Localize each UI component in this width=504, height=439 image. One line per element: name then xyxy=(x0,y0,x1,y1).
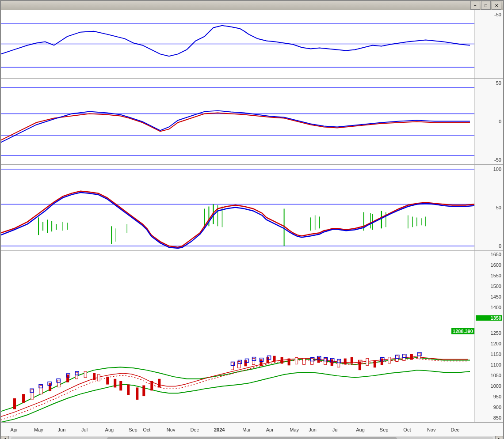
panel-mid: 50 0 -50 xyxy=(1,79,503,165)
panel-top: -50 xyxy=(1,10,503,79)
xlabel-jun1: Jun xyxy=(58,427,66,432)
xlabel-mar: Mar xyxy=(242,427,251,432)
panel3-y1: 100 xyxy=(476,167,502,172)
xlabel-sep2: Sep xyxy=(380,427,389,432)
panel3-y3: 0 xyxy=(476,243,502,249)
panel3-y2: 50 xyxy=(476,205,502,210)
svg-rect-67 xyxy=(252,359,255,365)
scroll-right-btn[interactable]: ► xyxy=(495,436,503,439)
main-y9: 1200 xyxy=(476,341,502,346)
minimize-button[interactable]: − xyxy=(470,1,480,10)
x-axis: Apr May Jun Jul Aug Sep Oct Nov Dec 2024… xyxy=(1,423,474,436)
svg-rect-40 xyxy=(22,394,25,403)
panel2-y1: 50 xyxy=(476,80,502,86)
svg-rect-95 xyxy=(410,354,413,360)
main-y14: 950 xyxy=(476,394,502,399)
xlabel-apr1: Apr xyxy=(10,427,18,432)
xlabel-apr2: Apr xyxy=(266,427,274,432)
main-y3: 1550 xyxy=(476,273,502,278)
xlabel-oct2: Oct xyxy=(403,427,411,432)
main-y7: 1350 xyxy=(476,315,502,321)
svg-rect-57 xyxy=(158,379,160,388)
panel3-canvas[interactable] xyxy=(1,165,474,250)
panel2-yaxis: 50 0 -50 xyxy=(474,79,503,164)
svg-rect-44 xyxy=(57,380,60,387)
scrollbar-track[interactable] xyxy=(11,437,493,439)
svg-rect-92 xyxy=(388,357,391,363)
main-y2: 1600 xyxy=(476,262,502,268)
svg-rect-47 xyxy=(84,371,87,378)
close-button[interactable]: ✕ xyxy=(492,1,501,10)
svg-rect-81 xyxy=(311,359,313,365)
xlabel-aug2: Aug xyxy=(356,427,365,432)
xlabel-jul1: Jul xyxy=(81,427,88,432)
svg-rect-85 xyxy=(337,360,340,367)
svg-rect-54 xyxy=(136,387,138,400)
main-y11: 1100 xyxy=(476,362,502,367)
main-content: -50 xyxy=(1,10,503,439)
main-y16: 850 xyxy=(476,415,502,420)
panel-main: 1288.390 1650 1600 1550 1500 1450 1400 1… xyxy=(1,251,503,423)
panel-oscillator: 100 50 0 xyxy=(1,165,503,251)
window-controls: − □ ✕ xyxy=(470,1,503,10)
main-y15: 900 xyxy=(476,405,502,410)
xlabel-jul2: Jul xyxy=(332,427,339,432)
maximize-button[interactable]: □ xyxy=(481,1,491,10)
chart-area: -50 xyxy=(1,10,503,439)
svg-rect-41 xyxy=(31,390,34,399)
main-y6: 1400 xyxy=(476,305,502,310)
x-axis-row: Apr May Jun Jul Aug Sep Oct Nov Dec 2024… xyxy=(1,423,503,436)
main-y5: 1450 xyxy=(476,294,502,299)
svg-rect-43 xyxy=(49,383,51,391)
svg-rect-42 xyxy=(40,386,42,394)
xlabel-2024: 2024 xyxy=(214,427,225,432)
svg-rect-86 xyxy=(344,359,347,365)
main-y10: 1150 xyxy=(476,352,502,357)
panel1-yaxis: -50 xyxy=(474,10,503,78)
panel2-canvas[interactable] xyxy=(1,79,474,164)
svg-rect-55 xyxy=(142,386,145,397)
scrollbar-thumb[interactable] xyxy=(107,437,397,439)
svg-rect-66 xyxy=(244,360,247,367)
svg-rect-52 xyxy=(119,381,122,391)
svg-rect-69 xyxy=(267,357,269,363)
svg-rect-49 xyxy=(97,375,100,381)
svg-rect-87 xyxy=(351,357,353,364)
svg-rect-64 xyxy=(231,363,233,370)
title-bar: − □ ✕ xyxy=(1,1,503,10)
xlabel-may1: May xyxy=(34,427,43,432)
svg-rect-73 xyxy=(295,358,298,364)
xlabel-sep1: Sep xyxy=(129,427,137,432)
main-y13: 1000 xyxy=(476,383,502,389)
xlabel-nov1: Nov xyxy=(167,427,176,432)
main-canvas[interactable]: 1288.390 xyxy=(1,251,474,422)
panel2-y3: -50 xyxy=(476,157,502,163)
panel1-canvas[interactable] xyxy=(1,10,474,78)
price-badge: 1288.390 xyxy=(451,328,474,334)
main-y8: 1250 xyxy=(476,330,502,336)
svg-rect-91 xyxy=(381,359,383,365)
xlabel-oct1: Oct xyxy=(143,427,150,432)
main-y4: 1500 xyxy=(476,284,502,289)
svg-rect-83 xyxy=(324,359,327,365)
scrollbar-area[interactable]: ◄ ► xyxy=(1,436,503,439)
main-y12: 1050 xyxy=(476,373,502,378)
xlabel-aug1: Aug xyxy=(105,427,114,432)
svg-rect-51 xyxy=(114,379,116,388)
svg-rect-50 xyxy=(106,377,109,385)
svg-rect-56 xyxy=(150,381,153,391)
svg-rect-46 xyxy=(75,372,78,379)
scroll-left-btn[interactable]: ◄ xyxy=(1,436,9,439)
main-y1: 1650 xyxy=(476,252,502,257)
svg-rect-48 xyxy=(93,373,95,380)
xlabel-dec1: Dec xyxy=(190,427,199,432)
xlabel-dec2: Dec xyxy=(451,427,459,432)
panel3-yaxis: 100 50 0 xyxy=(474,165,503,250)
main-window: − □ ✕ -50 xyxy=(0,0,504,439)
svg-rect-71 xyxy=(281,357,283,364)
svg-rect-72 xyxy=(288,359,290,366)
svg-rect-74 xyxy=(303,359,305,365)
svg-rect-70 xyxy=(273,356,276,362)
svg-rect-53 xyxy=(127,385,130,395)
x-axis-ypad xyxy=(474,423,503,436)
